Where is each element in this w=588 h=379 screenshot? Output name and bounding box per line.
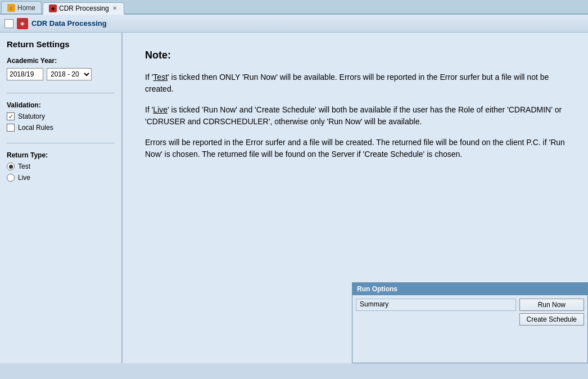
tab-cdr-processing[interactable]: ◈ CDR Processing ✕: [43, 2, 124, 15]
statutory-checkbox[interactable]: [7, 112, 15, 120]
live-label: Live: [18, 174, 30, 182]
main-toolbar: ◈ CDR Data Processing: [0, 15, 588, 33]
toolbar-cdr-icon: ◈: [17, 18, 28, 29]
academic-year-row: 2018 - 20 2017 - 19 2016 - 18: [7, 68, 115, 80]
local-rules-label: Local Rules: [18, 124, 53, 132]
tab-home-label: Home: [17, 4, 35, 12]
return-type-section: Return Type: Test Live: [7, 151, 115, 185]
local-rules-checkbox[interactable]: [7, 124, 15, 132]
test-radio-row: Test: [7, 163, 115, 170]
toolbar-checkbox-icon: [4, 19, 13, 28]
test-label: Test: [18, 163, 30, 170]
test-radio[interactable]: [7, 163, 15, 170]
note-title: Note:: [145, 49, 566, 61]
run-options-header: Run Options: [352, 283, 587, 295]
run-options-body: Summary Run Now Create Schedule: [352, 295, 587, 363]
live-radio[interactable]: [7, 174, 15, 182]
create-schedule-button[interactable]: Create Schedule: [519, 313, 584, 326]
right-panel: Note: If 'Test' is ticked then ONLY 'Run…: [123, 33, 588, 363]
run-options-panel: Run Options Summary Run Now Create Sched…: [352, 282, 588, 363]
divider-2: [7, 143, 115, 143]
note-paragraph-2: If 'Live' is ticked 'Run Now' and 'Creat…: [145, 104, 566, 128]
statutory-label: Statutory: [18, 112, 45, 120]
statutory-row: Statutory: [7, 112, 115, 120]
return-settings-title: Return Settings: [7, 39, 115, 49]
tab-close-icon[interactable]: ✕: [111, 5, 118, 12]
note-paragraph-1: If 'Test' is ticked then ONLY 'Run Now' …: [145, 71, 566, 95]
note-paragraph-3: Errors will be reported in the Error sur…: [145, 137, 566, 160]
run-buttons: Run Now Create Schedule: [519, 299, 584, 326]
local-rules-row: Local Rules: [7, 124, 115, 132]
toolbar-title: CDR Data Processing: [31, 19, 107, 28]
main-content: Return Settings Academic Year: 2018 - 20…: [0, 33, 588, 363]
summary-label: Summary: [356, 299, 516, 311]
return-type-label: Return Type:: [7, 151, 115, 159]
live-radio-row: Live: [7, 174, 115, 182]
tab-bar: ⌂ Home ◈ CDR Processing ✕: [0, 0, 588, 15]
academic-year-select[interactable]: 2018 - 20 2017 - 19 2016 - 18: [47, 68, 92, 80]
validation-label: Validation:: [7, 101, 115, 109]
run-now-button[interactable]: Run Now: [519, 299, 584, 311]
academic-year-label: Academic Year:: [7, 57, 115, 65]
cdr-icon: ◈: [49, 4, 57, 12]
academic-year-input[interactable]: [7, 68, 43, 80]
validation-section: Validation: Statutory Local Rules: [7, 101, 115, 135]
left-panel: Return Settings Academic Year: 2018 - 20…: [0, 33, 123, 363]
tab-home[interactable]: ⌂ Home: [1, 1, 42, 13]
tab-cdr-label: CDR Processing: [59, 4, 109, 12]
divider-1: [7, 93, 115, 93]
home-icon: ⌂: [7, 4, 15, 12]
